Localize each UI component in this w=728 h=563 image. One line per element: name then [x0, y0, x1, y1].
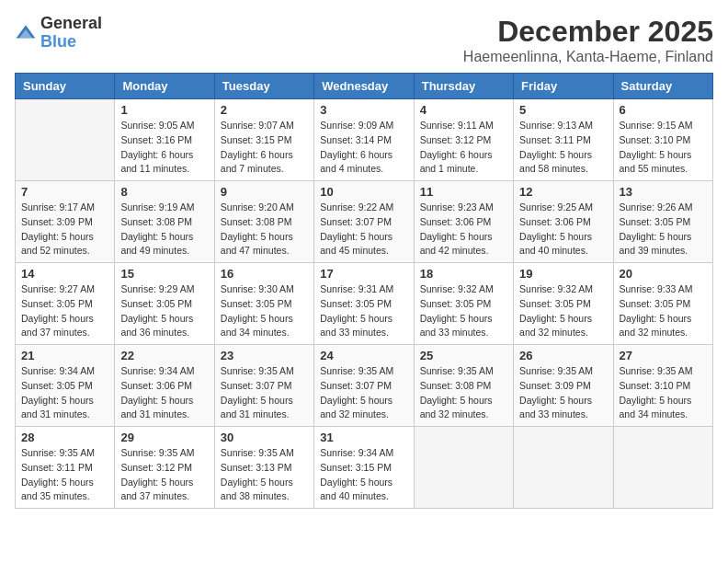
week-row-1: 1Sunrise: 9:05 AMSunset: 3:16 PMDaylight… — [16, 99, 713, 181]
header: General Blue December 2025 Haemeenlinna,… — [15, 15, 713, 65]
calendar-cell: 29Sunrise: 9:35 AMSunset: 3:12 PMDayligh… — [115, 427, 214, 509]
calendar-cell: 14Sunrise: 9:27 AMSunset: 3:05 PMDayligh… — [16, 263, 115, 345]
day-info: Sunrise: 9:09 AMSunset: 3:14 PMDaylight:… — [320, 119, 407, 177]
day-info: Sunrise: 9:35 AMSunset: 3:08 PMDaylight:… — [420, 364, 507, 422]
week-row-3: 14Sunrise: 9:27 AMSunset: 3:05 PMDayligh… — [16, 263, 713, 345]
day-info: Sunrise: 9:35 AMSunset: 3:12 PMDaylight:… — [120, 446, 208, 504]
day-info: Sunrise: 9:34 AMSunset: 3:05 PMDaylight:… — [21, 364, 108, 422]
day-info: Sunrise: 9:15 AMSunset: 3:10 PMDaylight:… — [620, 119, 707, 177]
week-row-5: 28Sunrise: 9:35 AMSunset: 3:11 PMDayligh… — [16, 427, 713, 509]
calendar-cell: 12Sunrise: 9:25 AMSunset: 3:06 PMDayligh… — [514, 181, 613, 263]
day-number: 21 — [21, 349, 108, 362]
day-number: 22 — [120, 349, 208, 362]
day-number: 2 — [221, 103, 308, 117]
calendar-cell: 2Sunrise: 9:07 AMSunset: 3:15 PMDaylight… — [214, 99, 313, 181]
day-info: Sunrise: 9:22 AMSunset: 3:07 PMDaylight:… — [320, 201, 407, 259]
day-info: Sunrise: 9:35 AMSunset: 3:07 PMDaylight:… — [320, 364, 407, 422]
day-info: Sunrise: 9:07 AMSunset: 3:15 PMDaylight:… — [221, 119, 308, 177]
calendar-cell: 27Sunrise: 9:35 AMSunset: 3:10 PMDayligh… — [613, 345, 712, 427]
day-number: 23 — [221, 349, 308, 362]
calendar-cell: 19Sunrise: 9:32 AMSunset: 3:05 PMDayligh… — [514, 263, 613, 345]
week-row-2: 7Sunrise: 9:17 AMSunset: 3:09 PMDaylight… — [16, 181, 713, 263]
calendar-cell: 3Sunrise: 9:09 AMSunset: 3:14 PMDaylight… — [314, 99, 414, 181]
day-info: Sunrise: 9:35 AMSunset: 3:09 PMDaylight:… — [519, 364, 607, 422]
calendar-cell: 7Sunrise: 9:17 AMSunset: 3:09 PMDaylight… — [16, 181, 115, 263]
day-number: 29 — [120, 431, 208, 444]
day-number: 18 — [420, 267, 507, 281]
day-info: Sunrise: 9:29 AMSunset: 3:05 PMDaylight:… — [120, 282, 208, 340]
weekday-header-row: SundayMondayTuesdayWednesdayThursdayFrid… — [16, 74, 713, 99]
calendar-cell: 8Sunrise: 9:19 AMSunset: 3:08 PMDaylight… — [115, 181, 214, 263]
day-info: Sunrise: 9:23 AMSunset: 3:06 PMDaylight:… — [420, 201, 507, 259]
title-area: December 2025 Haemeenlinna, Kanta-Haeme,… — [463, 15, 713, 65]
day-info: Sunrise: 9:33 AMSunset: 3:05 PMDaylight:… — [620, 282, 707, 340]
weekday-header-friday: Friday — [514, 74, 613, 99]
day-number: 31 — [320, 431, 407, 444]
day-info: Sunrise: 9:34 AMSunset: 3:15 PMDaylight:… — [320, 446, 407, 504]
day-info: Sunrise: 9:35 AMSunset: 3:10 PMDaylight:… — [620, 364, 707, 422]
day-info: Sunrise: 9:05 AMSunset: 3:16 PMDaylight:… — [120, 119, 208, 177]
day-number: 27 — [620, 349, 707, 362]
calendar-cell — [613, 427, 712, 509]
day-number: 30 — [221, 431, 308, 444]
calendar-cell: 4Sunrise: 9:11 AMSunset: 3:12 PMDaylight… — [414, 99, 513, 181]
day-number: 6 — [620, 103, 707, 117]
day-info: Sunrise: 9:11 AMSunset: 3:12 PMDaylight:… — [420, 119, 507, 177]
calendar-cell: 22Sunrise: 9:34 AMSunset: 3:06 PMDayligh… — [115, 345, 214, 427]
day-info: Sunrise: 9:32 AMSunset: 3:05 PMDaylight:… — [519, 282, 607, 340]
week-row-4: 21Sunrise: 9:34 AMSunset: 3:05 PMDayligh… — [16, 345, 713, 427]
day-number: 25 — [420, 349, 507, 362]
day-info: Sunrise: 9:20 AMSunset: 3:08 PMDaylight:… — [221, 201, 308, 259]
calendar-cell: 17Sunrise: 9:31 AMSunset: 3:05 PMDayligh… — [314, 263, 414, 345]
calendar-cell: 13Sunrise: 9:26 AMSunset: 3:05 PMDayligh… — [613, 181, 712, 263]
day-number: 28 — [21, 431, 108, 444]
day-number: 24 — [320, 349, 407, 362]
calendar-table: SundayMondayTuesdayWednesdayThursdayFrid… — [15, 73, 713, 509]
day-number: 16 — [221, 267, 308, 281]
day-number: 12 — [519, 185, 607, 199]
calendar-cell: 26Sunrise: 9:35 AMSunset: 3:09 PMDayligh… — [514, 345, 613, 427]
calendar-cell — [414, 427, 513, 509]
day-info: Sunrise: 9:35 AMSunset: 3:07 PMDaylight:… — [221, 364, 308, 422]
calendar-cell: 1Sunrise: 9:05 AMSunset: 3:16 PMDaylight… — [115, 99, 214, 181]
day-info: Sunrise: 9:25 AMSunset: 3:06 PMDaylight:… — [519, 201, 607, 259]
logo-text: General Blue — [40, 15, 102, 52]
day-info: Sunrise: 9:35 AMSunset: 3:11 PMDaylight:… — [21, 446, 108, 504]
calendar-cell: 28Sunrise: 9:35 AMSunset: 3:11 PMDayligh… — [16, 427, 115, 509]
calendar-cell — [16, 99, 115, 181]
day-number: 10 — [320, 185, 407, 199]
day-number: 14 — [21, 267, 108, 281]
day-info: Sunrise: 9:34 AMSunset: 3:06 PMDaylight:… — [120, 364, 208, 422]
weekday-header-sunday: Sunday — [16, 74, 115, 99]
day-number: 8 — [120, 185, 208, 199]
month-title: December 2025 — [463, 15, 713, 49]
calendar-cell: 21Sunrise: 9:34 AMSunset: 3:05 PMDayligh… — [16, 345, 115, 427]
day-number: 19 — [519, 267, 607, 281]
day-info: Sunrise: 9:19 AMSunset: 3:08 PMDaylight:… — [120, 201, 208, 259]
calendar-cell: 24Sunrise: 9:35 AMSunset: 3:07 PMDayligh… — [314, 345, 414, 427]
day-number: 20 — [620, 267, 707, 281]
day-number: 4 — [420, 103, 507, 117]
calendar-cell: 18Sunrise: 9:32 AMSunset: 3:05 PMDayligh… — [414, 263, 513, 345]
day-number: 13 — [620, 185, 707, 199]
day-info: Sunrise: 9:30 AMSunset: 3:05 PMDaylight:… — [221, 282, 308, 340]
location-title: Haemeenlinna, Kanta-Haeme, Finland — [463, 49, 713, 65]
day-info: Sunrise: 9:31 AMSunset: 3:05 PMDaylight:… — [320, 282, 407, 340]
calendar-cell: 31Sunrise: 9:34 AMSunset: 3:15 PMDayligh… — [314, 427, 414, 509]
day-number: 5 — [519, 103, 607, 117]
calendar-cell: 10Sunrise: 9:22 AMSunset: 3:07 PMDayligh… — [314, 181, 414, 263]
day-number: 11 — [420, 185, 507, 199]
day-number: 1 — [120, 103, 208, 117]
day-number: 9 — [221, 185, 308, 199]
calendar-cell: 11Sunrise: 9:23 AMSunset: 3:06 PMDayligh… — [414, 181, 513, 263]
calendar-cell: 20Sunrise: 9:33 AMSunset: 3:05 PMDayligh… — [613, 263, 712, 345]
day-number: 15 — [120, 267, 208, 281]
calendar-cell: 9Sunrise: 9:20 AMSunset: 3:08 PMDaylight… — [214, 181, 313, 263]
calendar-cell: 15Sunrise: 9:29 AMSunset: 3:05 PMDayligh… — [115, 263, 214, 345]
calendar-cell: 6Sunrise: 9:15 AMSunset: 3:10 PMDaylight… — [613, 99, 712, 181]
day-info: Sunrise: 9:17 AMSunset: 3:09 PMDaylight:… — [21, 201, 108, 259]
weekday-header-saturday: Saturday — [613, 74, 712, 99]
calendar-cell: 23Sunrise: 9:35 AMSunset: 3:07 PMDayligh… — [214, 345, 313, 427]
day-info: Sunrise: 9:35 AMSunset: 3:13 PMDaylight:… — [221, 446, 308, 504]
weekday-header-monday: Monday — [115, 74, 214, 99]
